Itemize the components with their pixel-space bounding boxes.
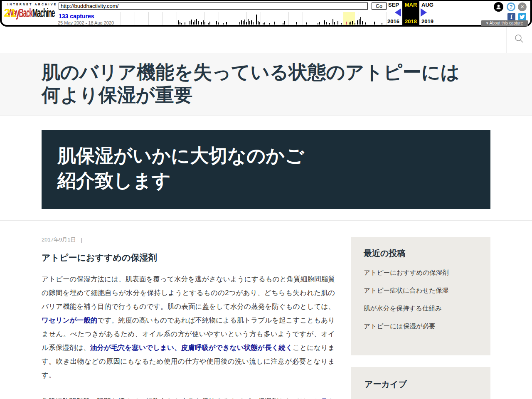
next-year-label[interactable]: 2019 [421,18,433,25]
capture-bar[interactable] [329,23,330,25]
capture-bar[interactable] [185,22,185,25]
facebook-share-icon[interactable]: f [507,13,515,21]
prev-year-label[interactable]: 2016 [387,18,399,25]
capture-bar[interactable] [352,21,353,25]
sparkline[interactable] [119,12,386,25]
hero-text: 肌保湿がいかに大切なのかご 紹介致します [57,143,304,193]
archived-url-input[interactable] [59,2,368,10]
capture-bar[interactable] [341,23,342,25]
close-toolbar-icon[interactable]: ✕ [518,2,527,11]
capture-bar[interactable] [337,21,338,25]
capture-bar[interactable] [326,22,327,25]
capture-bar[interactable] [195,20,195,25]
capture-bar[interactable] [253,22,254,25]
capture-bar[interactable] [216,21,217,25]
capture-bar[interactable] [274,22,275,25]
capture-bar[interactable] [204,22,205,25]
prev-capture-arrow[interactable] [395,8,401,17]
captures-link[interactable]: 133 captures [59,13,94,20]
hero-banner: 肌保湿がいかに大切なのかご 紹介致します [42,130,490,209]
prev-month-label[interactable]: SEP [388,2,399,8]
capture-bar[interactable] [209,22,210,25]
capture-bar[interactable] [244,20,245,25]
capture-bar[interactable] [263,23,264,25]
capture-bar[interactable] [180,22,180,25]
capture-bar[interactable] [178,20,179,25]
header-divider [506,27,507,53]
timeline-gridline [288,12,289,25]
about-this-capture-dropdown[interactable]: ▾ About this capture [481,20,528,26]
capture-bar[interactable] [306,22,307,25]
recent-post-link-4[interactable]: アトピーには保湿が必要 [364,322,478,330]
capture-bar[interactable] [360,17,361,25]
current-capture-bar[interactable] [346,22,347,25]
page-title: 肌のバリア機能を失っている状態のアトピーには 何より保湿が重要 [42,61,490,106]
timeline-gridline [177,12,177,25]
capture-bar[interactable] [365,22,366,25]
recent-post-link-3[interactable]: 肌が水分を保持する仕組み [364,304,478,313]
search-button[interactable] [514,33,526,46]
capture-bar[interactable] [208,23,209,25]
capture-bar[interactable] [258,21,259,25]
capture-bar[interactable] [374,22,375,25]
page-title-line1: 肌のバリア機能を失っている状態のアトピーには [42,61,490,84]
twitter-share-icon[interactable] [518,13,526,21]
capture-bar[interactable] [318,23,318,25]
capture-bar[interactable] [349,22,350,25]
recent-post-link-1[interactable]: アトピーにおすすめの保湿剤 [364,268,478,277]
capture-bar[interactable] [226,22,227,25]
logo-machine-text: Machine [32,6,54,20]
capture-bar[interactable] [334,22,335,25]
capture-bar[interactable] [203,20,204,25]
next-month-label[interactable]: AUG [421,2,433,8]
go-button[interactable]: Go [372,2,387,10]
capture-bar[interactable] [382,23,382,25]
capture-bar[interactable] [256,15,257,25]
twitter-bird-icon [520,15,525,19]
capture-bar[interactable] [191,20,192,25]
capture-bar[interactable] [296,22,297,25]
capture-bar[interactable] [251,20,252,25]
capture-bar[interactable] [196,19,197,25]
capture-bar[interactable] [269,23,270,25]
capture-bar[interactable] [283,23,283,25]
timeline-gridline [121,12,121,25]
capture-bar[interactable] [198,21,199,25]
capture-bar[interactable] [359,19,360,25]
capture-bar[interactable] [241,20,242,25]
timeline-gridline [303,12,303,25]
capture-bar[interactable] [264,22,265,25]
capture-bar[interactable] [223,23,224,25]
capture-bar[interactable] [248,19,249,25]
capture-bar[interactable] [332,19,333,25]
capture-bar[interactable] [239,22,240,25]
capture-bar[interactable] [259,22,260,25]
capture-bar[interactable] [243,21,244,25]
capture-bar[interactable] [218,22,219,25]
next-capture-arrow[interactable] [421,8,427,17]
capture-bar[interactable] [201,22,202,25]
capture-bar[interactable] [284,21,285,25]
capture-bar[interactable] [355,23,355,25]
archive-title: アーカイブ [365,379,477,390]
capture-bar[interactable] [193,22,194,25]
capture-bar[interactable] [324,20,325,25]
capture-bar[interactable] [350,22,351,25]
wayback-toolbar: INTERNET ARCHIVE WayBackMachine Go 133 c… [0,0,532,27]
page-title-line2: 何より保湿が重要 [42,84,490,106]
capture-bar[interactable] [357,20,358,25]
search-icon [514,33,525,44]
capture-bar[interactable] [319,22,320,25]
recent-post-link-2[interactable]: アトピー症状に合わせた保湿 [364,286,478,295]
timeline-gridline [219,12,219,25]
account-icon[interactable] [494,2,503,12]
capture-bar[interactable] [362,21,363,25]
capture-bar[interactable] [190,21,190,25]
timeline-gridline [373,12,373,25]
help-icon[interactable]: ? [507,2,515,11]
capture-bar[interactable] [246,22,247,25]
capture-bar[interactable] [249,21,250,25]
article: 2017年9月1日| アトピーにおすすめの保湿剤 アトピーの保湿方法には、肌表面… [42,236,335,399]
article-heading[interactable]: アトピーにおすすめの保湿剤 [42,252,335,264]
capture-bar[interactable] [181,23,182,25]
